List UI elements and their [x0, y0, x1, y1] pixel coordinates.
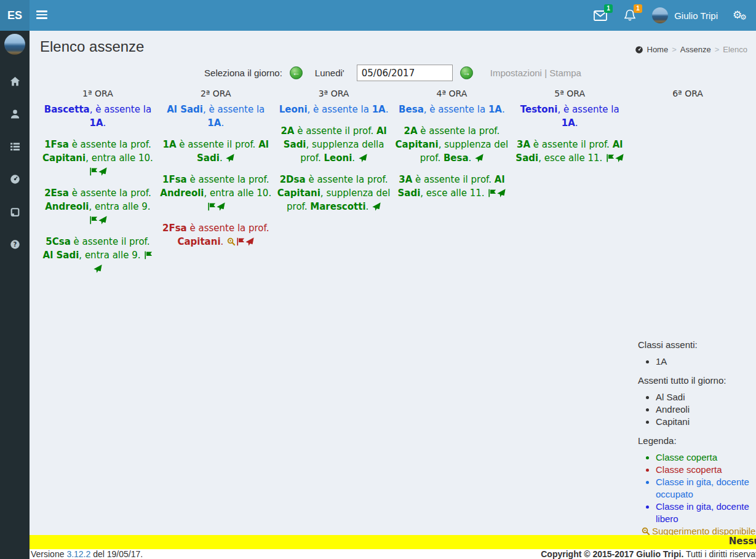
absent-teacher-item: Andreoli [656, 403, 750, 416]
plane-icon[interactable] [94, 264, 102, 273]
absence-entry: Besa, è assente la 1A. [394, 103, 509, 116]
absent-teacher-item: Al Sadi [656, 391, 750, 403]
legend-item: Classe in gita, docente occupato [656, 476, 750, 501]
legend-list: Classe copertaClasse scopertaClasse in g… [638, 451, 750, 537]
plane-icon[interactable] [226, 154, 234, 162]
tablet-icon [10, 207, 20, 217]
flag-icon[interactable] [89, 216, 98, 224]
absence-entry: Testoni, è assente la 1A. [512, 103, 627, 130]
flag-icon[interactable] [207, 202, 216, 211]
absence-entry: 2Esa è assente la prof. Andreoli, entra … [40, 186, 156, 227]
absence-entry: 3A è assente il prof. Al Sadi, esce alle… [394, 173, 509, 200]
elenco-assenze-page: ES 1 1 Giulio Tripi [0, 0, 756, 559]
absence-entry: 2A è assente la prof. Capitani, supplenz… [394, 124, 509, 165]
settings-cogs-icon[interactable]: ⚙⚙ [733, 8, 749, 23]
notifications-icon[interactable]: 1 [623, 8, 637, 23]
hour-header: 6ª ORA [630, 89, 746, 98]
flag-icon[interactable] [236, 237, 245, 246]
plane-icon[interactable] [475, 154, 483, 162]
legend-item: Classe in gita, docente libero [656, 501, 750, 525]
version-link[interactable]: 3.12.2 [66, 549, 90, 559]
legend-title: Legenda: [638, 435, 750, 446]
hour-header: 2ª ORA [158, 89, 274, 98]
flag-icon[interactable] [89, 167, 98, 176]
hour-column: 5ª ORATestoni, è assente la 1A.3A è asse… [511, 89, 629, 283]
absent-class-item: 1A [656, 355, 750, 368]
day-name: Lunedi' [315, 68, 344, 78]
page-title: Elenco assenze [40, 38, 144, 55]
flag-icon[interactable] [488, 189, 496, 197]
absent-all-day-list: Al SadiAndreoliCapitani [638, 391, 750, 428]
user-menu[interactable]: Giulio Tripi [652, 7, 718, 23]
top-navbar: ES 1 1 Giulio Tripi [0, 0, 756, 31]
absence-entry: Leoni, è assente la 1A. [276, 103, 392, 116]
message-marquee: Nessu [30, 535, 756, 549]
next-day-button[interactable]: → [460, 66, 473, 79]
legend-item: Classe scoperta [656, 464, 750, 476]
previous-day-button[interactable]: ← [290, 66, 303, 79]
hour-header: 4ª ORA [394, 89, 509, 98]
breadcrumb-assenze[interactable]: Assenze [680, 45, 711, 54]
sidebar-item-help[interactable]: ? [0, 228, 30, 261]
version-text: Versione 3.12.2 del 19/05/17. [31, 549, 143, 559]
breadcrumb-current: Elenco [723, 45, 747, 54]
list-icon [10, 141, 20, 152]
hour-header: 3ª ORA [276, 89, 392, 98]
plane-icon[interactable] [615, 154, 624, 162]
marquee-text: Nessu [729, 536, 756, 547]
sidebar-toggle-icon[interactable] [36, 10, 49, 20]
absent-all-day-title: Assenti tutto il giorno: [638, 375, 750, 386]
dashboard-icon [635, 46, 643, 54]
messages-icon[interactable]: 1 [593, 8, 608, 23]
absence-entry: 5Csa è assente il prof. Al Sadi, entra a… [40, 235, 156, 276]
user-icon [10, 109, 20, 119]
hour-column: 1ª ORABascetta, è assente la 1A.1Fsa è a… [39, 89, 157, 283]
absence-columns: 1ª ORABascetta, è assente la 1A.1Fsa è a… [39, 89, 747, 283]
search-icon[interactable] [642, 527, 650, 536]
plane-icon[interactable] [98, 167, 107, 176]
sidebar-item-dashboard[interactable] [0, 163, 30, 196]
absence-entry: 1Fsa è assente la prof. Capitani, entra … [40, 138, 156, 178]
date-input[interactable] [357, 65, 453, 81]
sidebar-item-tablet[interactable] [0, 196, 30, 228]
flag-icon[interactable] [144, 251, 153, 260]
plane-icon[interactable] [98, 216, 107, 224]
plane-icon[interactable] [372, 202, 381, 211]
flag-icon[interactable] [606, 154, 615, 162]
day-selector-toolbar: Seleziona il giorno: ← Lunedi' → Imposta… [30, 65, 756, 81]
svg-text:?: ? [13, 241, 17, 248]
settings-link[interactable]: Impostazioni [490, 68, 542, 78]
absence-entry: Bascetta, è assente la 1A. [40, 103, 156, 130]
print-link[interactable]: Stampa [549, 68, 581, 78]
plane-icon[interactable] [217, 202, 225, 211]
user-name: Giulio Tripi [674, 10, 718, 21]
copyright-text: Copyright © 2015-2017 Giulio Tripi. Tutt… [541, 549, 756, 559]
toolbar-links: Impostazioni | Stampa [490, 68, 581, 78]
hour-header: 5ª ORA [512, 89, 627, 98]
notifications-badge: 1 [634, 4, 642, 13]
plane-icon[interactable] [497, 189, 506, 197]
hour-column: 2ª ORAAl Sadi, è assente la 1A.1A è asse… [157, 89, 275, 283]
absence-entry: 1A è assente il prof. Al Sadi. [158, 138, 274, 165]
day-selector-label: Seleziona il giorno: [204, 68, 282, 78]
absence-entry: Al Sadi, è assente la 1A. [158, 103, 274, 130]
app-logo[interactable]: ES [0, 0, 30, 31]
sidebar-item-home[interactable] [0, 65, 30, 98]
plane-icon[interactable] [245, 237, 254, 246]
sidebar-avatar[interactable] [4, 34, 25, 55]
summary-panel: Classi assenti: 1A Assenti tutto il gior… [638, 339, 750, 545]
hour-column: 3ª ORALeoni, è assente la 1A.2A è assent… [275, 89, 393, 283]
plane-icon[interactable] [359, 154, 367, 162]
breadcrumb: Home > Assenze > Elenco [635, 45, 748, 54]
sidebar-item-user[interactable] [0, 98, 30, 130]
search-icon[interactable] [227, 237, 236, 246]
help-icon: ? [10, 239, 20, 250]
breadcrumb-home[interactable]: Home [647, 45, 669, 54]
dashboard-icon [10, 174, 20, 184]
messages-badge: 1 [604, 4, 613, 13]
hour-header: 1ª ORA [40, 89, 156, 98]
user-avatar [652, 7, 668, 23]
absence-entry: 2A è assente il prof. Al Sadi, supplenza… [276, 124, 392, 165]
absent-classes-title: Classi assenti: [638, 339, 750, 350]
sidebar-item-list[interactable] [0, 130, 30, 163]
